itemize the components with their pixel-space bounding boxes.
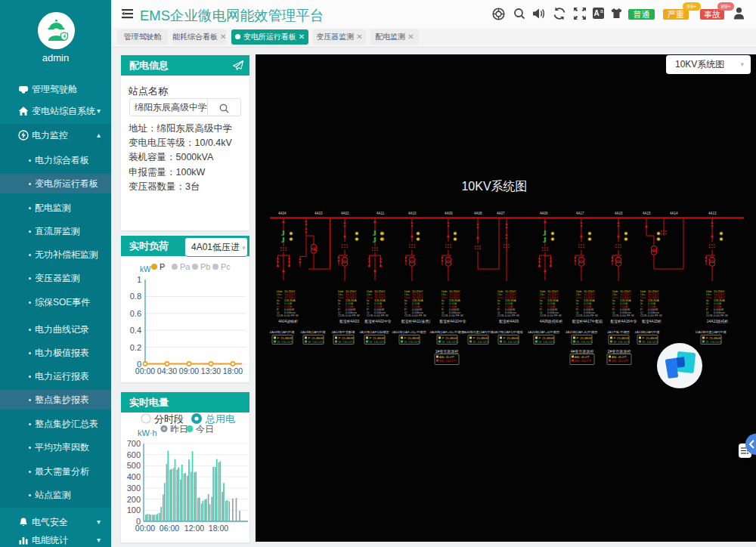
svg-text:1: 1 <box>137 275 141 284</box>
svg-text:COS:: COS: <box>706 314 714 317</box>
svg-text:COS:: COS: <box>640 314 648 317</box>
svg-text:4A04进线柜: 4A04进线柜 <box>278 320 298 324</box>
svg-text:B相: 200.1℃: B相: 200.1℃ <box>575 359 591 363</box>
svg-text:4A10: 4A10 <box>408 212 417 215</box>
svg-text:W: 130.50%: W: 130.50% <box>706 340 723 344</box>
svg-text:0.6: 0.6 <box>130 309 141 318</box>
svg-text:500: 500 <box>127 461 141 470</box>
svg-text:W: 130.50%: W: 130.50% <box>473 340 490 344</box>
svg-text:0.00 PF·W: 0.00 PF·W <box>374 314 389 317</box>
svg-text:0.00 PF·W: 0.00 PF·W <box>505 314 519 317</box>
svg-text:0.00 PF·W: 0.00 PF·W <box>714 314 728 317</box>
svg-text:0.00 PF·W: 0.00 PF·W <box>412 314 426 317</box>
svg-text:400: 400 <box>127 472 141 481</box>
svg-text:配变柜4A09: 配变柜4A09 <box>499 319 519 324</box>
svg-text:W: 130.50%: W: 130.50% <box>404 340 421 344</box>
svg-text:09:00: 09:00 <box>179 366 199 375</box>
svg-text:Pb: Pb <box>200 262 210 271</box>
svg-text:W: 130.50%: W: 130.50% <box>277 340 294 344</box>
svg-text:0.00 PF·W: 0.00 PF·W <box>648 314 662 317</box>
svg-text:Pa: Pa <box>180 262 191 271</box>
svg-text:4A04: 4A04 <box>278 212 287 215</box>
svg-text:14A13路托柜: 14A13路托柜 <box>707 320 728 324</box>
svg-text:00:00: 00:00 <box>135 366 155 375</box>
svg-text:总用电: 总用电 <box>205 413 235 425</box>
svg-text:4A11路(1AF1)型继团: 4A11路(1AF1)型继团 <box>359 330 389 334</box>
svg-text:700: 700 <box>127 439 141 448</box>
svg-text:A: A <box>594 9 600 17</box>
svg-text:4A13: 4A13 <box>708 212 717 215</box>
svg-text:0.00 PF·W: 0.00 PF·W <box>345 314 360 317</box>
svg-text:W: 130.50%: W: 130.50% <box>539 340 556 344</box>
svg-text:B相: 200.1℃: B相: 200.1℃ <box>612 359 628 363</box>
svg-text:4A14: 4A14 <box>670 212 678 215</box>
svg-text:4A02: 4A02 <box>341 212 349 215</box>
svg-text:4A07: 4A07 <box>497 212 505 215</box>
svg-text:4A10路(1AF+G)+中继团: 4A10路(1AF+G)+中继团 <box>392 330 426 334</box>
svg-text:4A16路(2AF+4)中继团: 4A16路(2AF+4)中继团 <box>528 330 559 334</box>
svg-text:COS:: COS: <box>497 314 505 317</box>
svg-text:昨日: 昨日 <box>170 424 188 434</box>
svg-text:COS:: COS: <box>338 314 345 317</box>
svg-text:W: 130.50%: W: 130.50% <box>370 340 386 344</box>
svg-text:4A16: 4A16 <box>615 212 623 215</box>
svg-text:配变柜4A02中学: 配变柜4A02中学 <box>364 319 391 324</box>
svg-text:W: 130.50%: W: 130.50% <box>339 340 355 344</box>
svg-text:300: 300 <box>127 484 141 493</box>
svg-text:4A17路(2AF1)中继续: 4A17路(2AF1)中继续 <box>493 330 523 334</box>
svg-text:配变柜4A16中学: 配变柜4A16中学 <box>610 319 637 324</box>
svg-text:配变柜4A03: 配变柜4A03 <box>339 319 359 324</box>
svg-text:配变柜4A17中配箱: 配变柜4A17中配箱 <box>572 319 603 324</box>
svg-text:4A15: 4A15 <box>643 212 651 215</box>
svg-text:0.4: 0.4 <box>130 326 141 335</box>
svg-text:分时段: 分时段 <box>154 413 184 425</box>
svg-text:Pc: Pc <box>221 262 231 271</box>
svg-text:4A11: 4A11 <box>376 212 385 215</box>
svg-text:B相: 200.1℃: B相: 200.1℃ <box>439 359 456 363</box>
svg-text:COS:: COS: <box>367 314 374 317</box>
svg-text:COS:: COS: <box>442 314 449 317</box>
svg-text:4A1产电.中继团: 4A1产电.中继团 <box>607 330 630 334</box>
svg-text:600: 600 <box>127 450 141 459</box>
svg-text:kW·h: kW·h <box>138 428 157 437</box>
svg-text:4A03: 4A03 <box>314 212 323 215</box>
svg-text:100: 100 <box>127 505 141 515</box>
svg-text:13:30: 13:30 <box>201 366 221 375</box>
svg-text:18:00: 18:00 <box>223 366 243 375</box>
svg-text:4A15路(2AF+K)中继团: 4A15路(2AF+K)中继团 <box>565 330 597 334</box>
svg-text:W: 130.50%: W: 130.50% <box>308 340 325 344</box>
svg-text:4A06路信息(1AF)中继: 4A06路信息(1AF)中继 <box>462 330 493 334</box>
svg-text:W: 130.50%: W: 130.50% <box>577 340 593 344</box>
svg-text:COS:: COS: <box>540 314 547 317</box>
svg-text:18:00: 18:00 <box>209 524 228 533</box>
svg-text:W: 130.50%: W: 130.50% <box>503 340 520 344</box>
svg-text:0.00 PF·W: 0.00 PF·W <box>284 314 299 317</box>
svg-text:4A03路(1AF)中继: 4A03路(1AF)中继 <box>301 330 326 334</box>
svg-text:P: P <box>160 262 165 271</box>
svg-text:4A09: 4A09 <box>445 212 453 215</box>
svg-text:4A02路中学配继: 4A02路中学配继 <box>332 330 355 335</box>
svg-text:4#变压器温控: 4#变压器温控 <box>571 349 594 354</box>
svg-text:1#变压器温控: 1#变压器温控 <box>435 349 459 354</box>
svg-text:COS:: COS: <box>576 314 584 317</box>
svg-text:0.00 PF·W: 0.00 PF·W <box>584 314 598 317</box>
svg-text:200: 200 <box>127 495 141 504</box>
svg-text:W: 130.50%: W: 130.50% <box>442 340 459 344</box>
svg-text:W: 130.50%: W: 130.50% <box>643 340 659 344</box>
svg-text:0.2: 0.2 <box>130 343 141 352</box>
svg-text:W: 130.50%: W: 130.50% <box>614 340 631 344</box>
svg-text:0.00 PF·W: 0.00 PF·W <box>449 314 463 317</box>
svg-text:配变4A15柜: 配变4A15柜 <box>642 319 662 324</box>
svg-text:kW: kW <box>140 265 151 274</box>
svg-text:a: a <box>600 8 603 14</box>
svg-text:4A04路(1AF)中继: 4A04路(1AF)中继 <box>270 330 295 334</box>
svg-text:14A1路信息(2AF)中继: 14A1路信息(2AF)中继 <box>695 330 726 334</box>
svg-text:0.00 PF·W: 0.00 PF·W <box>547 314 562 317</box>
svg-text:4A13路(2AF)中继: 4A13路(2AF)中继 <box>635 330 660 334</box>
svg-text:COS:: COS: <box>612 314 620 317</box>
svg-text:4A17: 4A17 <box>576 212 584 215</box>
svg-text:4A09路(1AF+G)+中继团: 4A09路(1AF+G)+中继团 <box>429 330 463 334</box>
svg-text:配变柜4A10中学: 配变柜4A10中学 <box>439 319 466 324</box>
svg-text:今日: 今日 <box>196 424 214 434</box>
svg-text:12:00: 12:00 <box>184 524 204 533</box>
